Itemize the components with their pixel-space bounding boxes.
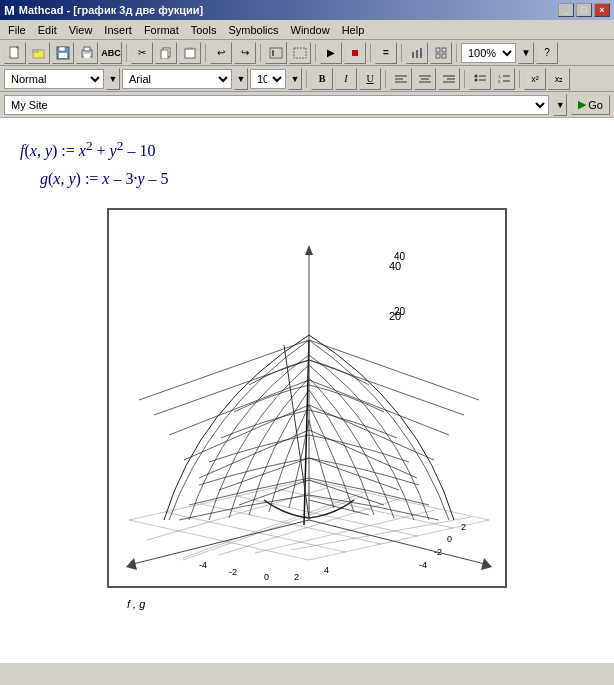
align-center-btn[interactable] <box>414 68 436 90</box>
svg-rect-24 <box>442 54 446 58</box>
matrix-btn[interactable] <box>430 42 452 64</box>
spellcheck-btn[interactable]: ABC <box>100 42 122 64</box>
svg-rect-16 <box>294 48 306 58</box>
equation1: f(x, y) := x2 + y2 – 10 <box>20 138 594 160</box>
menu-tools[interactable]: Tools <box>185 20 223 39</box>
print-btn[interactable] <box>76 42 98 64</box>
paste-btn[interactable] <box>179 42 201 64</box>
equals-btn[interactable]: = <box>375 42 397 64</box>
sep-f2 <box>385 70 386 88</box>
content-area: f(x, y) := x2 + y2 – 10 g(x, y) := x – 3… <box>0 118 614 663</box>
sep-f1 <box>306 70 307 88</box>
svg-text:-4: -4 <box>419 560 427 570</box>
svg-rect-5 <box>59 53 67 58</box>
open-btn[interactable] <box>28 42 50 64</box>
insert-btn[interactable] <box>289 42 311 64</box>
help-btn[interactable]: ? <box>536 42 558 64</box>
zoom-select[interactable]: 100% 75% 50% 150% <box>461 43 516 63</box>
svg-rect-10 <box>161 50 168 59</box>
menu-format[interactable]: Format <box>138 20 185 39</box>
svg-rect-7 <box>84 47 90 51</box>
bold-btn[interactable]: B <box>311 68 333 90</box>
close-btn[interactable]: × <box>594 3 610 17</box>
stop-btn[interactable] <box>344 42 366 64</box>
menu-file[interactable]: File <box>2 20 32 39</box>
go-arrow-icon: ▶ <box>578 98 586 111</box>
underline-btn[interactable]: U <box>359 68 381 90</box>
svg-text:-4: -4 <box>199 560 207 570</box>
svg-text:0: 0 <box>447 534 452 544</box>
svg-rect-13 <box>270 48 282 58</box>
svg-rect-4 <box>59 47 65 51</box>
menu-bar: File Edit View Insert Format Tools Symbo… <box>0 20 614 40</box>
italic-btn[interactable]: I <box>335 68 357 90</box>
svg-text:4: 4 <box>324 565 329 575</box>
save-btn[interactable] <box>52 42 74 64</box>
new-btn[interactable] <box>4 42 26 64</box>
run-btn[interactable]: ▶ <box>320 42 342 64</box>
go-button[interactable]: ▶ Go <box>571 95 610 115</box>
size-select[interactable]: 10 12 14 8 <box>250 69 286 89</box>
bullet-list-btn[interactable] <box>469 68 491 90</box>
size-dropdown-btn[interactable]: ▼ <box>288 68 302 90</box>
svg-text:2: 2 <box>294 572 299 582</box>
minimize-btn[interactable]: _ <box>558 3 574 17</box>
menu-edit[interactable]: Edit <box>32 20 63 39</box>
equation2: g(x, y) := x – 3·y – 5 <box>40 170 594 188</box>
align-left-btn[interactable] <box>390 68 412 90</box>
align-right-btn[interactable] <box>438 68 460 90</box>
svg-rect-22 <box>442 48 446 52</box>
title-controls: _ □ × <box>558 3 610 17</box>
app-icon: M <box>4 3 15 18</box>
chart-label: f , g <box>107 598 507 610</box>
address-bar: My Site ▼ ▶ Go <box>0 92 614 118</box>
svg-rect-2 <box>33 50 38 52</box>
chart-btn[interactable] <box>406 42 428 64</box>
svg-text:-2: -2 <box>434 547 442 557</box>
svg-text:20: 20 <box>394 306 406 317</box>
sep7 <box>456 44 457 62</box>
superscript-btn[interactable]: x² <box>524 68 546 90</box>
title-text: Mathcad - [график 3д две фукции] <box>19 4 203 16</box>
redo-btn[interactable]: ↪ <box>234 42 256 64</box>
font-dropdown-btn[interactable]: ▼ <box>234 68 248 90</box>
svg-text:0: 0 <box>264 572 269 582</box>
menu-view[interactable]: View <box>63 20 99 39</box>
site-select[interactable]: My Site <box>4 95 549 115</box>
svg-point-34 <box>475 74 478 77</box>
svg-point-36 <box>475 78 478 81</box>
style-dropdown-btn[interactable]: ▼ <box>106 68 120 90</box>
svg-text:-2: -2 <box>229 567 237 577</box>
menu-symbolics[interactable]: Symbolics <box>222 20 284 39</box>
sep4 <box>315 44 316 62</box>
menu-help[interactable]: Help <box>336 20 371 39</box>
zoom-dropdown-btn[interactable]: ▼ <box>518 42 534 64</box>
cut-btn[interactable]: ✂ <box>131 42 153 64</box>
svg-text:2: 2 <box>461 522 466 532</box>
title-bar: M Mathcad - [график 3д две фукции] _ □ × <box>0 0 614 20</box>
address-dropdown-btn[interactable]: ▼ <box>553 94 567 116</box>
copy-btn[interactable] <box>155 42 177 64</box>
sep6 <box>401 44 402 62</box>
undo-btn[interactable]: ↩ <box>210 42 232 64</box>
style-select[interactable]: Normal Heading 1 Heading 2 <box>4 69 104 89</box>
menu-insert[interactable]: Insert <box>98 20 138 39</box>
go-label: Go <box>588 99 603 111</box>
subscript-btn[interactable]: x₂ <box>548 68 570 90</box>
textbox-btn[interactable] <box>265 42 287 64</box>
chart-label-text: f , g <box>127 598 145 610</box>
svg-text:2.: 2. <box>498 79 501 84</box>
sep3 <box>260 44 261 62</box>
svg-rect-20 <box>420 48 422 58</box>
svg-rect-8 <box>84 54 90 58</box>
menu-window[interactable]: Window <box>285 20 336 39</box>
svg-rect-21 <box>436 48 440 52</box>
font-select[interactable]: Arial Times New Roman Courier <box>122 69 232 89</box>
svg-rect-19 <box>416 50 418 58</box>
maximize-btn[interactable]: □ <box>576 3 592 17</box>
svg-rect-12 <box>185 49 195 58</box>
sep-f4 <box>519 70 520 88</box>
num-list-btn[interactable]: 1.2. <box>493 68 515 90</box>
format-toolbar: Normal Heading 1 Heading 2 ▼ Arial Times… <box>0 66 614 92</box>
svg-text:40: 40 <box>394 251 406 262</box>
